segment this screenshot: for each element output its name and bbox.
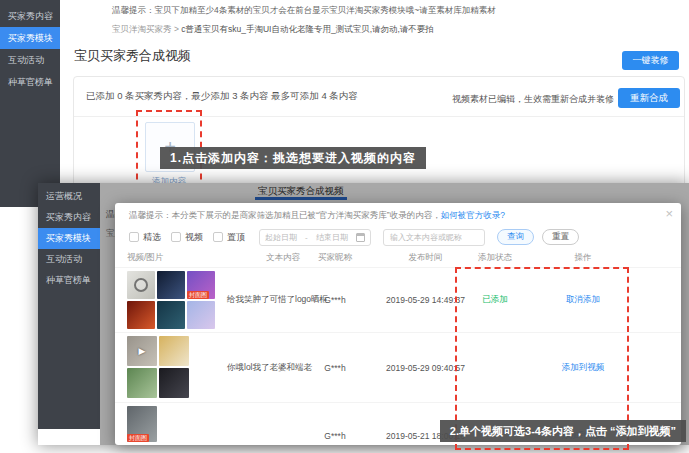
table-header: 视频/图片文本内容买家昵称发布时间添加状态操作 [115,252,681,266]
sidebar-item[interactable]: 买家秀模块 [0,27,60,49]
buyer-nick: G***h [305,363,365,373]
annotation-step1-tooltip: 1.点击添加内容：挑选想要进入视频的内容 [160,147,426,169]
added-count-text: 已添加 0 条买家秀内容，最少添加 3 条内容 最多可添加 4 条内容 [86,90,358,103]
modal-notice: 温馨提示：本分类下展示的是商家筛选加精且已被“官方洋淘买家秀库”收录的内容，如何… [129,210,505,222]
search-placeholder: 输入文本内容或昵称 [390,232,462,243]
recompose-button[interactable]: 重新合成 [618,88,680,108]
thumbnail-grid: 封面图 [127,406,157,442]
date-end-placeholder: 结束日期 [316,232,348,243]
thumbnail[interactable] [127,368,157,398]
filter-checkbox[interactable]: 精选 [129,231,161,244]
column-header: 添加状态 [460,252,530,264]
modal-notice-text: 温馨提示：本分类下展示的是商家筛选加精且已被“官方洋淘买家秀库”收录的内容， [129,210,441,220]
official-include-link[interactable]: 如何被官方收录? [441,210,505,220]
breadcrumb-separator: > [174,24,179,34]
query-button[interactable]: 查询 [497,229,534,245]
date-start-placeholder: 起始日期 [265,232,297,243]
sidebar-item[interactable]: 买家秀内容 [0,5,60,27]
sidebar-item[interactable]: 买家秀内容 [38,207,100,228]
thumbnail[interactable]: 封面图 [187,271,215,299]
filter-checkboxes: 精选视频置顶 [129,228,255,246]
video-play-icon [134,278,148,292]
filter-checkbox[interactable]: 置顶 [213,231,245,244]
checkbox-label: 视频 [185,231,203,244]
search-input[interactable]: 输入文本内容或昵称 [383,229,485,246]
calendar-icon [356,233,365,242]
annotation-step2-tooltip: 2.单个视频可选3-4条内容，点击 “添加到视频” [440,420,686,442]
column-header: 买家昵称 [305,252,365,264]
sidebar: 运营概况买家秀内容买家秀模块互动活动种草官榜单 [38,183,100,429]
thumbnail[interactable] [157,301,185,329]
thumbnail[interactable]: ▶ [127,336,157,366]
notice-text: 温馨提示：宝贝下加精至少4条素材的宝贝才会在前台显示宝贝洋淘买家秀模块哦~请至素… [112,5,496,17]
thumbnail-grid: ▶ [127,336,189,398]
thumbnail[interactable]: 封面图 [127,406,157,442]
column-header: 视频/图片 [127,252,219,264]
reset-button[interactable]: 重置 [542,229,579,245]
filter-checkbox[interactable]: 视频 [171,231,203,244]
thumbnail[interactable] [187,301,215,329]
checkbox-box [171,232,181,242]
one-click-decorate-button[interactable]: 一键装修 [622,51,679,70]
sidebar-item[interactable]: 互动活动 [38,249,100,270]
video-play-icon: ▶ [127,336,157,366]
checkbox-label: 置顶 [227,231,245,244]
thumbnail[interactable] [157,271,185,299]
checkbox-box [213,232,223,242]
date-separator: - [305,233,308,242]
close-icon[interactable]: × [665,206,673,221]
breadcrumb: 宝贝洋淘买家秀 > c普通宝贝有sku_手淘UI自动化老隆专用_测试宝贝,请勿动… [112,24,434,36]
thumbnail[interactable] [159,336,189,366]
buyer-nick: G***h [305,431,365,441]
sidebar-item[interactable]: 互动活动 [0,49,60,71]
checkbox-box [129,232,139,242]
sidebar-item[interactable]: 买家秀模块 [38,228,100,249]
breadcrumb-current: c普通宝贝有sku_手淘UI自动化老隆专用_测试宝贝,请勿动,请不要拍 [181,24,434,34]
sidebar-item[interactable]: 种草官榜单 [0,71,60,93]
cover-badge: 封面图 [187,291,209,299]
date-range-input[interactable]: 起始日期 - 结束日期 [259,229,371,246]
thumbnail-grid: 封面图 [127,271,215,329]
column-header: 操作 [543,252,623,264]
cover-badge: 封面图 [127,434,149,442]
breadcrumb-parent[interactable]: 宝贝洋淘买家秀 [112,24,172,34]
sidebar-item[interactable]: 运营概况 [38,186,100,207]
thumbnail[interactable] [159,368,189,398]
thumbnail[interactable] [127,301,155,329]
buyer-nick: G***h [305,295,365,305]
page-title: 宝贝买家秀合成视频 [74,47,191,65]
sidebar: 买家秀内容买家秀模块互动活动种草官榜单 [0,0,60,207]
checkbox-label: 精选 [143,231,161,244]
filter-bar: 精选视频置顶 起始日期 - 结束日期 输入文本内容或昵称 查询 重置 [129,228,579,246]
thumbnail[interactable] [127,271,155,299]
edit-status-text: 视频素材已编辑，生效需重新合成并装修 [452,93,614,106]
sidebar-item[interactable]: 种草官榜单 [38,270,100,291]
